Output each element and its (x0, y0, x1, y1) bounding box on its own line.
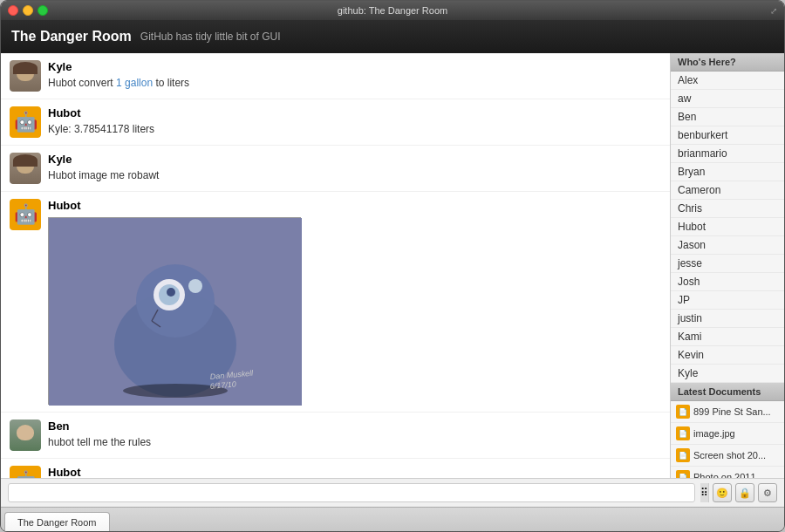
whos-here-header: Who's Here? (671, 53, 784, 72)
svg-point-6 (188, 279, 202, 293)
sidebar-item-user[interactable]: brianmario (671, 145, 784, 163)
smiley-button[interactable]: 🙂 (713, 483, 732, 502)
message-username: Kyle (48, 60, 661, 73)
table-row: 🤖 Hubot (1, 192, 670, 413)
message-text: Kyle: 3.78541178 liters (48, 121, 661, 137)
chat-input[interactable] (8, 483, 695, 502)
titlebar: github: The Danger Room ⤢ (1, 1, 784, 20)
sidebar-item-user[interactable]: benburkert (671, 126, 784, 145)
input-controls: ⠿ 🙂 🔒 ⚙ (700, 483, 777, 502)
room-title: The Danger Room (11, 29, 132, 44)
list-item[interactable]: 📄 899 Pine St San... (671, 401, 784, 423)
sidebar-item-user[interactable]: JP (671, 291, 784, 310)
message-content: Hubot (48, 199, 661, 405)
hubot-avatar-image: 🤖 (10, 199, 41, 230)
sidebar-item-user[interactable]: Cameron (671, 181, 784, 200)
table-row: 🤖 Hubot 1. A robot may not injure a huma… (1, 459, 670, 478)
latest-docs-header: Latest Documents (671, 383, 784, 401)
hubot-avatar-image: 🤖 (10, 106, 41, 138)
list-item[interactable]: 📄 Screen shot 20... (671, 445, 784, 467)
sidebar-item-user[interactable]: Josh (671, 273, 784, 291)
message-username: Hubot (48, 106, 661, 119)
sidebar-item-user[interactable]: Hubot (671, 218, 784, 236)
message-username: Hubot (48, 466, 661, 478)
settings-button[interactable]: ⚙ (758, 483, 777, 502)
message-text: Hubot convert 1 gallon to liters (48, 75, 661, 91)
document-icon: 📄 (676, 426, 690, 440)
main-window: github: The Danger Room ⤢ The Danger Roo… (0, 0, 785, 532)
table-row: Kyle Hubot convert 1 gallon to liters (1, 53, 670, 99)
avatar: 🤖 (10, 106, 41, 138)
document-name: 899 Pine St San... (693, 406, 771, 417)
message-link[interactable]: 1 gallon (116, 77, 153, 89)
list-item[interactable]: 📄 image.jpg (671, 423, 784, 445)
lock-button[interactable]: 🔒 (735, 483, 754, 502)
resize-icon: ⤢ (770, 6, 777, 16)
avatar (10, 153, 41, 184)
tabbar: The Danger Room (1, 507, 784, 531)
table-row: Kyle Hubot image me robawt (1, 146, 670, 192)
table-row: 🤖 Hubot Kyle: 3.78541178 liters (1, 99, 670, 146)
scroll-indicator: ⠿ (700, 483, 709, 502)
message-content: Ben hubot tell me the rules (48, 419, 661, 450)
svg-point-5 (167, 288, 175, 297)
input-row: ⠿ 🙂 🔒 ⚙ (1, 479, 784, 507)
sidebar-item-user[interactable]: Alex (671, 72, 784, 90)
sidebar-item-user[interactable]: Bryan (671, 163, 784, 181)
sidebar-item-user[interactable]: justin (671, 310, 784, 328)
document-name: Screen shot 20... (693, 450, 766, 460)
maximize-button[interactable] (38, 5, 48, 16)
close-button[interactable] (8, 5, 18, 16)
avatar: 🤖 (10, 466, 41, 478)
message-content: Hubot Kyle: 3.78541178 liters (48, 106, 661, 137)
minimize-button[interactable] (23, 5, 33, 16)
document-icon: 📄 (676, 470, 690, 478)
sidebar-item-user[interactable]: Kyle (671, 365, 784, 383)
tab-label: The Danger Room (17, 517, 97, 528)
sidebar-item-user[interactable]: Ben (671, 108, 784, 126)
message-content: Kyle Hubot convert 1 gallon to liters (48, 60, 661, 91)
tab-danger-room[interactable]: The Danger Room (4, 512, 110, 531)
main-content: Kyle Hubot convert 1 gallon to liters 🤖 … (1, 53, 784, 478)
message-content: Hubot 1. A robot may not injure a human … (48, 466, 661, 478)
message-username: Ben (48, 419, 661, 433)
avatar (10, 60, 41, 92)
message-username: Kyle (48, 153, 661, 166)
document-icon: 📄 (676, 448, 690, 462)
robot-image: Dan Muskell 6/17/10 (48, 217, 301, 405)
document-icon: 📄 (676, 405, 690, 419)
avatar: 🤖 (10, 199, 41, 230)
list-item[interactable]: 📄 Photo on 2011... (671, 467, 784, 478)
bottom-area: ⠿ 🙂 🔒 ⚙ (1, 478, 784, 507)
sidebar: Who's Here? Alex aw Ben benburkert brian… (671, 53, 784, 478)
sidebar-item-user[interactable]: Kami (671, 328, 784, 346)
traffic-lights (8, 5, 48, 16)
message-text: Hubot image me robawt (48, 167, 661, 183)
sidebar-item-user[interactable]: jesse (671, 255, 784, 273)
ben-avatar-image (10, 419, 41, 451)
avatar (10, 419, 41, 451)
sidebar-item-user[interactable]: aw (671, 90, 784, 108)
message-text: hubot tell me the rules (48, 434, 661, 450)
window-title: github: The Danger Room (338, 5, 447, 16)
chat-area[interactable]: Kyle Hubot convert 1 gallon to liters 🤖 … (1, 53, 671, 478)
kyle-avatar-image (10, 153, 41, 184)
sidebar-item-user[interactable]: Chris (671, 200, 784, 218)
kyle-avatar-image (10, 60, 41, 92)
message-content: Kyle Hubot image me robawt (48, 153, 661, 183)
hubot-avatar-image: 🤖 (10, 466, 41, 478)
document-name: image.jpg (693, 428, 735, 439)
message-username: Hubot (48, 199, 661, 212)
sidebar-item-user[interactable]: Jason (671, 236, 784, 255)
room-subtitle: GitHub has tidy little bit of GUI (140, 31, 281, 43)
document-name: Photo on 2011... (693, 472, 764, 478)
sidebar-item-user[interactable]: Kevin (671, 346, 784, 365)
room-header: The Danger Room GitHub has tidy little b… (1, 20, 784, 53)
table-row: Ben hubot tell me the rules (1, 413, 670, 459)
